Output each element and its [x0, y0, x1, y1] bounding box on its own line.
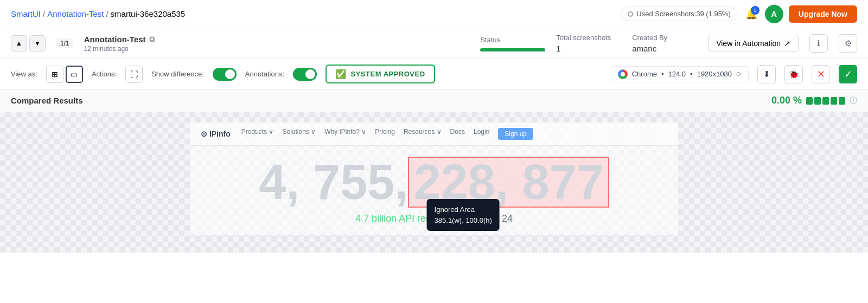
- bullet-sep: •: [661, 70, 664, 78]
- results-title: Compared Results: [11, 96, 83, 105]
- annotations-label: Annotations:: [245, 70, 284, 78]
- build-bar: ▲ ▼ 1/1 Annotation-Test ⧉ 12 minutes ago…: [0, 28, 868, 59]
- created-by-value: amanc: [632, 44, 697, 53]
- breadcrumb-project[interactable]: Annotation-Test: [47, 9, 104, 18]
- diff-info-icon[interactable]: ⓘ: [850, 96, 857, 106]
- browser-version: 124.0: [668, 70, 686, 78]
- browser-info: Chrome • 124.0 • 1920x1080 ⟳: [611, 66, 749, 82]
- info-button[interactable]: ℹ: [809, 34, 828, 53]
- breadcrumb: SmartUI / Annotation-Test / smartui-36e3…: [11, 9, 185, 18]
- diff-bars: [806, 97, 845, 105]
- total-screenshots-section: Total screenshots 1: [556, 34, 621, 53]
- bullet-sep2: •: [690, 70, 693, 78]
- created-by-section: Created By amanc: [632, 34, 697, 53]
- notification-button[interactable]: 🔔 1: [743, 6, 760, 22]
- mock-nav-links: Products ∨ Solutions ∨ Why IPinfo? ∨ Pri…: [241, 128, 533, 140]
- screenshot-area: ⊙ IPinfo Products ∨ Solutions ∨ Why IPin…: [0, 112, 868, 253]
- nav-pricing: Pricing: [375, 128, 395, 140]
- ignored-area-tooltip: Ignored Area 385.1(w), 100.0(h): [427, 199, 500, 231]
- build-name: Annotation-Test ⧉: [84, 35, 155, 44]
- bug-button[interactable]: 🐞: [784, 65, 803, 83]
- approve-button[interactable]: ✓: [839, 65, 857, 83]
- rotate-icon[interactable]: ⟳: [736, 70, 742, 78]
- build-badge: 1/1: [56, 38, 73, 48]
- top-nav: SmartUI / Annotation-Test / smartui-36e3…: [0, 0, 868, 28]
- show-difference-label: Show difference:: [151, 70, 204, 78]
- next-build-button[interactable]: ▼: [29, 35, 46, 51]
- tooltip-title: Ignored Area: [435, 204, 492, 215]
- build-time: 12 minutes ago: [84, 45, 155, 53]
- diff-bar-5: [839, 97, 845, 105]
- check-circle-icon: ✅: [335, 69, 347, 79]
- breadcrumb-sep1: /: [43, 9, 45, 18]
- diff-bar-1: [806, 97, 813, 105]
- annotations-toggle[interactable]: [293, 68, 317, 81]
- view-split-button[interactable]: ⊞: [46, 66, 63, 83]
- diff-bar-4: [831, 97, 837, 105]
- diff-info: 0.00 % ⓘ: [771, 95, 857, 106]
- build-navigation: ▲ ▼: [11, 35, 46, 51]
- browser-name: Chrome: [632, 70, 657, 78]
- diff-percent: 0.00 %: [771, 95, 802, 106]
- total-screenshots-label: Total screenshots: [556, 34, 621, 42]
- settings-button[interactable]: ⚙: [839, 34, 857, 53]
- total-screenshots-value: 1: [556, 44, 621, 53]
- build-info: Annotation-Test ⧉ 12 minutes ago: [84, 35, 155, 53]
- status-section: Status: [480, 36, 545, 51]
- view-as-label: View as:: [11, 70, 37, 78]
- system-approved-button[interactable]: ✅ SYSTEM APPROVED: [326, 65, 435, 83]
- breadcrumb-current: smartui-36e320a535: [111, 9, 186, 18]
- view-toggle: ⊞ ▭: [46, 66, 83, 83]
- created-by-label: Created By: [632, 34, 697, 42]
- big-number-left: 4, 755,: [259, 158, 408, 207]
- top-right-actions: Used Screenshots:39 (1.95%) 🔔 1 A Upgrad…: [621, 5, 857, 23]
- nav-docs: Docs: [450, 128, 465, 140]
- prev-build-button[interactable]: ▲: [11, 35, 27, 51]
- view-full-button[interactable]: ▭: [66, 66, 83, 83]
- mock-nav: ⊙ IPinfo Products ∨ Solutions ∨ Why IPin…: [190, 123, 678, 146]
- mock-logo: ⊙ IPinfo: [201, 130, 231, 138]
- actions-label: Actions:: [92, 70, 117, 78]
- notification-badge: 1: [751, 6, 760, 15]
- download-button[interactable]: ⬇: [757, 65, 776, 83]
- breadcrumb-brand[interactable]: SmartUI: [11, 9, 41, 18]
- status-label: Status: [480, 36, 545, 44]
- screenshots-used-badge: Used Screenshots:39 (1.95%): [621, 7, 737, 21]
- diff-bar-2: [814, 97, 821, 105]
- browser-resolution: 1920x1080: [697, 70, 732, 78]
- screenshots-used-label: Used Screenshots:39 (1.95%): [636, 10, 730, 18]
- toolbar: View as: ⊞ ▭ Actions: ⛶ Show difference:…: [0, 59, 868, 89]
- status-bar: [480, 48, 545, 51]
- nav-solutions: Solutions ∨: [282, 128, 316, 140]
- avatar: A: [765, 5, 783, 23]
- external-link-icon: ↗: [784, 39, 790, 48]
- breadcrumb-sep2: /: [106, 9, 108, 18]
- nav-products: Products ∨: [241, 128, 274, 140]
- crop-action-button[interactable]: ⛶: [125, 66, 143, 83]
- diff-bar-3: [822, 97, 829, 105]
- nav-why: Why IPinfo? ∨: [324, 128, 366, 140]
- tooltip-size: 385.1(w), 100.0(h): [435, 215, 492, 226]
- chrome-icon: [618, 69, 628, 79]
- nav-signup: Sign up: [498, 128, 533, 140]
- nav-resources: Resources ∨: [404, 128, 442, 140]
- reject-button[interactable]: ✕: [812, 65, 830, 83]
- show-difference-toggle[interactable]: [213, 68, 237, 81]
- copy-icon[interactable]: ⧉: [149, 35, 155, 44]
- nav-login: Login: [474, 128, 489, 140]
- dot-icon: [628, 11, 633, 17]
- view-automation-button[interactable]: View in Automation ↗: [708, 35, 799, 52]
- upgrade-button[interactable]: Upgrade Now: [789, 5, 857, 23]
- results-bar: Compared Results 0.00 % ⓘ: [0, 89, 868, 112]
